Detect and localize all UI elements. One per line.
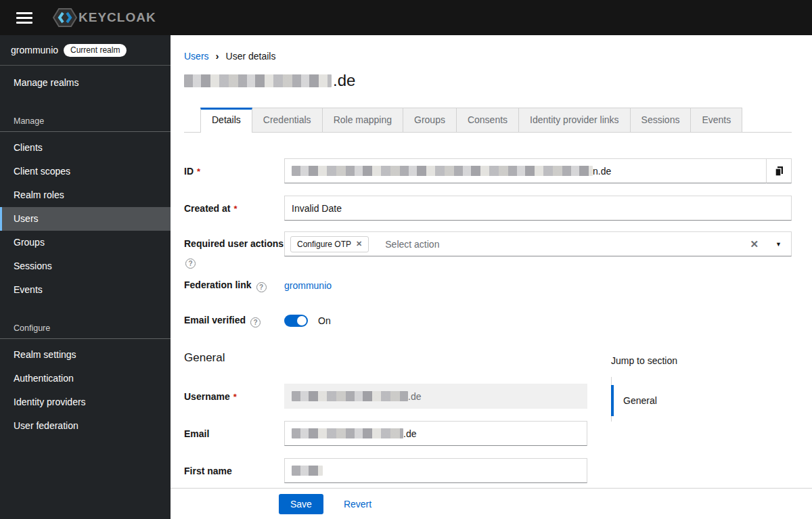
keycloak-hexagon-icon <box>53 7 77 28</box>
current-realm-badge[interactable]: Current realm <box>64 44 127 57</box>
sidebar-item-manage-realms[interactable]: Manage realms <box>0 71 171 95</box>
jump-to-section-panel: Jump to section General <box>611 351 787 495</box>
tab-role-mapping[interactable]: Role mapping <box>323 108 403 132</box>
created-at-label: Created at* <box>184 203 284 214</box>
field-row-federation-link: Federation link? grommunio <box>184 278 792 293</box>
section-divider <box>0 131 171 132</box>
sidebar-section-configure: Configure Realm settings Authentication … <box>0 319 171 438</box>
toggle-state-label: On <box>318 315 331 326</box>
jump-track <box>611 416 787 422</box>
sidebar-item-client-scopes[interactable]: Client scopes <box>0 160 171 183</box>
masthead: KEYCLOAK <box>0 0 812 35</box>
username-value-suffix: .de <box>408 391 421 402</box>
copy-button[interactable] <box>766 158 792 183</box>
sidebar-item-clients[interactable]: Clients <box>0 136 171 160</box>
help-icon[interactable]: ? <box>250 317 261 328</box>
sidebar-item-identity-providers[interactable]: Identity providers <box>0 390 171 414</box>
sidebar-item-user-federation[interactable]: User federation <box>0 414 171 438</box>
required-asterisk: * <box>233 204 237 214</box>
field-row-email-verified: Email verified? On <box>184 313 792 328</box>
multiselect-placeholder: Select action <box>385 239 439 250</box>
toggle-knob <box>297 316 307 325</box>
menu-toggle-button[interactable] <box>11 5 38 30</box>
required-asterisk: * <box>197 166 200 177</box>
brand-text: KEYCLOAK <box>78 10 156 25</box>
email-verified-label: Email verified? <box>184 315 284 328</box>
field-row-id: ID* n.de <box>184 158 792 183</box>
first-name-label: First name <box>184 466 284 476</box>
email-field[interactable]: .de <box>284 421 587 446</box>
tab-groups[interactable]: Groups <box>403 108 457 132</box>
breadcrumb-current: User details <box>226 51 276 62</box>
keycloak-logo: KEYCLOAK <box>53 7 156 28</box>
help-icon[interactable]: ? <box>185 258 196 269</box>
email-label: Email <box>184 428 284 439</box>
section-title-manage: Manage <box>0 112 171 131</box>
id-value-suffix: n.de <box>593 166 611 177</box>
required-actions-multiselect[interactable]: Configure OTP ✕ Select action ✕ ▼ <box>284 231 792 256</box>
tab-identity-provider-links[interactable]: Identity provider links <box>519 108 631 132</box>
tab-consents[interactable]: Consents <box>457 108 519 132</box>
page-title: .de <box>184 71 792 90</box>
tab-details[interactable]: Details <box>200 108 252 133</box>
section-divider <box>0 338 171 339</box>
realm-selector[interactable]: grommunio Current realm <box>0 35 171 66</box>
field-row-email: Email .de <box>184 421 587 446</box>
federation-link-label: Federation link? <box>184 279 284 292</box>
jump-link-general[interactable]: General <box>611 385 787 416</box>
jump-track <box>611 377 787 385</box>
sidebar-item-realm-roles[interactable]: Realm roles <box>0 183 171 207</box>
copy-icon <box>774 166 784 177</box>
sidebar-item-authentication[interactable]: Authentication <box>0 367 171 390</box>
tab-bar: Details Credentials Role mapping Groups … <box>184 108 792 133</box>
hamburger-icon <box>16 12 32 14</box>
chevron-right-icon: › <box>216 50 219 62</box>
sidebar-section-manage: Manage Clients Client scopes Realm roles… <box>0 112 171 302</box>
id-field[interactable]: n.de <box>284 158 766 183</box>
redacted-email-value <box>292 428 403 438</box>
section-title-configure: Configure <box>0 319 171 338</box>
page-title-suffix: .de <box>333 71 355 90</box>
sidebar-item-sessions[interactable]: Sessions <box>0 254 171 278</box>
username-field: .de <box>284 384 587 409</box>
tab-credentials[interactable]: Credentials <box>252 108 323 132</box>
help-icon[interactable]: ? <box>256 282 267 292</box>
sidebar-item-events[interactable]: Events <box>0 278 171 302</box>
sidebar-item-realm-settings[interactable]: Realm settings <box>0 343 171 367</box>
required-actions-label-cell: Required user actions ? <box>184 231 284 269</box>
breadcrumb-users-link[interactable]: Users <box>184 51 209 62</box>
sidebar-nav: grommunio Current realm Manage realms Ma… <box>0 35 171 519</box>
tab-events[interactable]: Events <box>691 108 742 132</box>
chevron-down-icon[interactable]: ▼ <box>775 241 782 248</box>
field-row-username: Username* .de <box>184 384 587 409</box>
field-row-first-name: First name <box>184 458 587 483</box>
chip-configure-otp: Configure OTP ✕ <box>290 236 369 252</box>
username-label: Username* <box>184 391 284 402</box>
created-at-field[interactable] <box>284 196 792 221</box>
tab-sessions[interactable]: Sessions <box>631 108 692 132</box>
save-button[interactable]: Save <box>279 494 323 514</box>
federation-link[interactable]: grommunio <box>284 280 792 291</box>
clear-selection-icon[interactable]: ✕ <box>750 238 759 250</box>
chip-remove-icon[interactable]: ✕ <box>356 240 362 248</box>
jump-heading: Jump to section <box>611 355 787 366</box>
required-asterisk: * <box>233 392 237 402</box>
general-heading: General <box>184 351 587 365</box>
redacted-id-value <box>292 166 593 176</box>
sidebar-item-groups[interactable]: Groups <box>0 231 171 254</box>
email-verified-toggle[interactable] <box>284 315 308 327</box>
user-details-form: ID* n.de <box>184 158 792 495</box>
first-name-field[interactable] <box>284 458 587 483</box>
form-actions-bar: Save Revert <box>171 488 812 519</box>
main-content: Users › User details .de Details Credent… <box>171 35 812 519</box>
realm-name: grommunio <box>11 45 58 55</box>
field-row-created-at: Created at* <box>184 196 792 221</box>
required-actions-label: Required user actions <box>184 238 284 249</box>
redacted-user-name <box>184 74 332 87</box>
id-label: ID* <box>184 166 284 177</box>
revert-button[interactable]: Revert <box>344 499 371 510</box>
redacted-first-name-value <box>292 466 323 476</box>
breadcrumb: Users › User details <box>184 50 792 62</box>
sidebar-item-users[interactable]: Users <box>0 207 171 231</box>
general-section: General Username* .de Email <box>184 351 792 495</box>
